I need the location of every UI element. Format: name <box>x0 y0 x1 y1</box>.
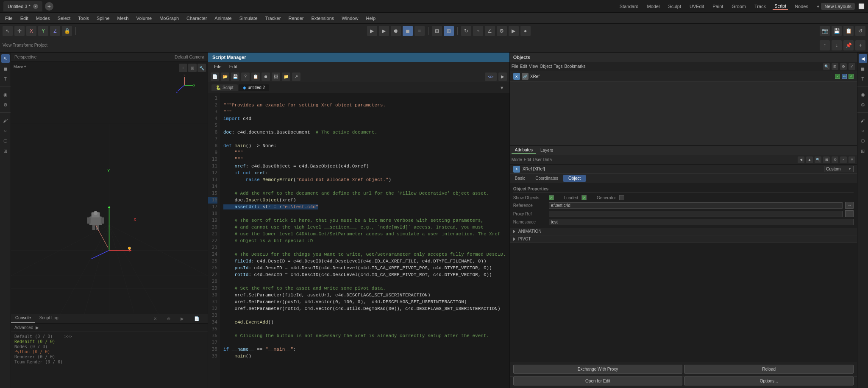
menu-character[interactable]: Character <box>183 15 210 22</box>
attr-back-btn[interactable]: ◀ <box>798 156 804 163</box>
menu-mesh[interactable]: Mesh <box>114 15 132 22</box>
attr-expand-btn[interactable]: ⊞ <box>823 156 830 163</box>
menu-render[interactable]: Render <box>285 15 307 22</box>
right-icon-text[interactable]: T <box>859 75 867 83</box>
script-tool-record[interactable]: ⏺ <box>262 73 270 81</box>
console-tab[interactable]: Console <box>11 314 35 323</box>
console-icon-file[interactable]: 📄 <box>190 315 203 322</box>
code-content[interactable]: """Provides an example for setting Xref … <box>220 93 509 388</box>
attr-subtab-object[interactable]: Object <box>563 175 586 182</box>
right-icon-nodes[interactable]: ⬡ <box>859 137 867 145</box>
script-tool-next[interactable]: ▶ <box>498 73 507 81</box>
tool-anim[interactable]: ≡ <box>415 26 425 36</box>
attr-settings2-btn[interactable]: ⚙ <box>832 156 838 163</box>
script-tool-open[interactable]: 📂 <box>221 73 229 81</box>
console-icon-play[interactable]: ▶ <box>176 315 188 322</box>
objects-menu-file[interactable]: File <box>512 64 518 69</box>
attr-search-btn[interactable]: 🔍 <box>815 156 821 163</box>
tool-circle[interactable]: ○ <box>473 26 483 36</box>
objects-search-btn[interactable]: 🔍 <box>823 63 830 70</box>
menu-tracker[interactable]: Tracker <box>262 15 284 22</box>
vp-icon-2[interactable]: ⊞ <box>188 64 197 72</box>
exchange-proxy-btn[interactable]: Exchange With Proxy <box>513 365 683 374</box>
layout-groom[interactable]: Groom <box>730 3 748 10</box>
tool-arrow-up[interactable]: ↑ <box>820 40 830 50</box>
code-editor[interactable]: 12345 678910 1112131415 1617181920 21222… <box>208 93 509 388</box>
right-icon-grid3d[interactable]: ⊞ <box>859 147 867 155</box>
left-icon-pointer[interactable]: ↖ <box>1 54 10 63</box>
left-icon-text[interactable]: T <box>1 75 10 83</box>
menu-edit[interactable]: Edit <box>17 15 32 22</box>
attr-check2-btn[interactable]: ✓ <box>840 156 847 163</box>
objects-expand-btn[interactable]: ⊞ <box>832 63 838 70</box>
attr-subtab-coordinates[interactable]: Coordinates <box>530 175 563 182</box>
layout-nodes[interactable]: Nodes <box>793 3 810 10</box>
script-tool-folder[interactable]: 📁 <box>282 73 290 81</box>
menu-window[interactable]: Window <box>338 15 362 22</box>
right-icon-pointer[interactable]: ◀ <box>859 54 867 63</box>
objects-menu-bookmarks[interactable]: Bookmarks <box>565 64 586 69</box>
menu-file[interactable]: File <box>2 15 16 22</box>
left-icon-gear[interactable]: ⚙ <box>1 100 10 109</box>
tool-play[interactable]: ▶ <box>367 26 377 36</box>
window-maximize[interactable]: ⬜ <box>858 3 865 9</box>
show-objects-checkbox[interactable]: ✓ <box>549 195 554 200</box>
layout-script[interactable]: Script <box>773 3 788 10</box>
namespace-input[interactable] <box>549 219 854 225</box>
tool-cam[interactable]: 📷 <box>820 26 830 36</box>
tool-refresh[interactable]: ↺ <box>855 26 865 36</box>
tool-y[interactable]: Y <box>38 26 48 36</box>
tool-copy2[interactable]: 📋 <box>843 26 854 36</box>
left-icon-grid3d[interactable]: ⊞ <box>1 147 10 155</box>
tool-grid[interactable]: ⊞ <box>432 26 442 36</box>
menu-extensions[interactable]: Extensions <box>308 15 337 22</box>
objects-menu-edit[interactable]: Edit <box>520 64 527 69</box>
layout-paint[interactable]: Paint <box>711 3 725 10</box>
objects-menu-view[interactable]: View <box>529 64 538 69</box>
layout-uvedit[interactable]: UVEdit <box>688 3 706 10</box>
tool-save[interactable]: 💾 <box>832 26 842 36</box>
attr-subtab-basic[interactable]: Basic <box>510 175 530 182</box>
layout-model[interactable]: Model <box>645 3 661 10</box>
tool-arrow-down[interactable]: ↓ <box>832 40 842 50</box>
left-icon-ring[interactable]: ○ <box>1 126 10 135</box>
proxy-ref-input[interactable] <box>549 211 843 217</box>
tool-play2[interactable]: ▶ <box>379 26 389 36</box>
menu-mograph[interactable]: MoGraph <box>156 15 182 22</box>
menu-help[interactable]: Help <box>362 15 379 22</box>
tool-add2[interactable]: + <box>855 40 865 50</box>
tool-angle[interactable]: ∠ <box>485 26 495 36</box>
console-icon-clear[interactable]: ✕ <box>149 315 161 322</box>
tool-pointer[interactable]: ↖ <box>3 26 13 36</box>
script-tab-collapse[interactable]: ▼ <box>270 85 506 90</box>
menu-tools[interactable]: Tools <box>75 15 92 22</box>
app-tab[interactable]: Untitled 3 * × <box>3 1 42 11</box>
menu-animate[interactable]: Animate <box>211 15 235 22</box>
left-icon-paint[interactable]: 🖌 <box>1 116 10 125</box>
xref-lock-check[interactable]: ✓ <box>849 74 854 79</box>
open-for-edit-btn[interactable]: Open for Edit <box>513 377 683 385</box>
script-tool-image[interactable]: 🖼 <box>272 73 280 81</box>
objects-settings-btn[interactable]: ⚙ <box>840 63 847 70</box>
loaded-checkbox[interactable]: ✓ <box>581 195 587 200</box>
console-icon-add[interactable]: ⊕ <box>163 315 175 322</box>
objects-menu-object[interactable]: Object <box>540 64 552 69</box>
layout-track[interactable]: Track <box>753 3 768 10</box>
script-tool-new[interactable]: 📄 <box>211 73 219 81</box>
objects-menu-tags[interactable]: Tags <box>554 64 562 69</box>
attr-tab-layers[interactable]: Layers <box>537 147 556 154</box>
menu-select[interactable]: Select <box>54 15 74 22</box>
attr-tab-attributes[interactable]: Attributes <box>512 147 536 154</box>
proxy-ref-browse-btn[interactable]: ··· <box>845 210 854 217</box>
tool-pin[interactable]: 📌 <box>843 40 854 50</box>
xref-check[interactable]: ✓ <box>835 74 840 79</box>
xref-edit-check[interactable]: ✏ <box>842 74 847 79</box>
script-log-tab[interactable]: Script Log <box>35 314 63 323</box>
options-btn[interactable]: Options... <box>684 377 854 385</box>
tool-stop[interactable]: ⏺ <box>391 26 401 36</box>
reference-browse-btn[interactable]: ··· <box>845 202 854 209</box>
vp-icon-1[interactable]: + <box>179 64 187 72</box>
animation-section-toggle[interactable]: ANIMATION <box>510 228 857 235</box>
attr-x-btn[interactable]: ✕ <box>849 156 855 163</box>
tool-lock[interactable]: 🔒 <box>62 26 72 36</box>
